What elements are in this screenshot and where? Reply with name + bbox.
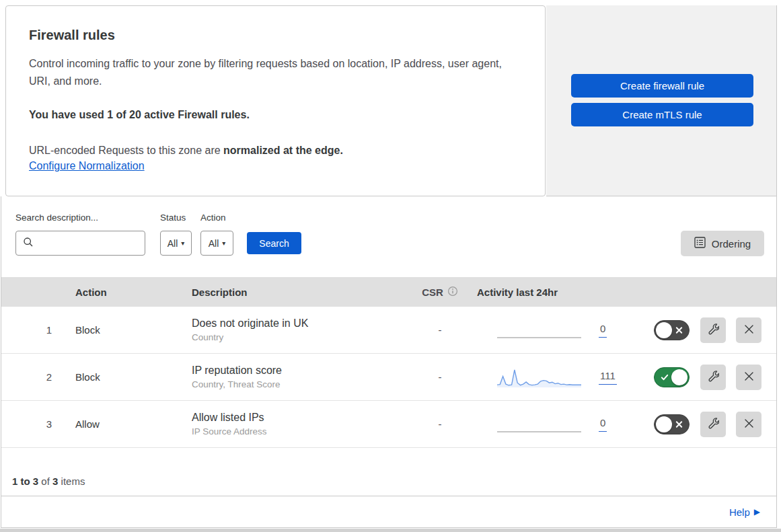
action-value: All <box>209 238 219 249</box>
rules-panel: Search description... Status All ▾ Actio… <box>1 196 777 496</box>
rule-criteria: IP Source Address <box>192 426 403 436</box>
page-bottom-edge <box>0 529 781 532</box>
search-group: Search description... <box>15 213 160 256</box>
edit-rule-button[interactable] <box>700 317 726 343</box>
chevron-down-icon: ▾ <box>181 239 184 247</box>
rule-csr: - <box>403 324 477 336</box>
column-csr: CSR <box>403 286 477 299</box>
status-value: All <box>168 238 178 249</box>
status-filter-group: Status All ▾ <box>160 213 200 256</box>
activity-count-link[interactable]: 111 <box>599 370 617 385</box>
firewall-rules-page: Firewall rules Control incoming traffic … <box>0 0 781 532</box>
delete-rule-button[interactable] <box>736 317 761 343</box>
column-description: Description <box>156 287 403 298</box>
wrench-icon <box>707 417 719 431</box>
search-label: Search description... <box>15 213 160 226</box>
create-mtls-rule-button[interactable]: Create mTLS rule <box>571 103 753 126</box>
header-card: Firewall rules Control incoming traffic … <box>5 5 546 196</box>
rule-action: Allow <box>52 418 156 430</box>
delete-rule-button[interactable] <box>736 365 761 390</box>
normalization-note: URL-encoded Requests to this zone are no… <box>29 141 518 159</box>
rule-description: Does not originate in UK <box>192 317 403 330</box>
table-row: 2 Block IP reputation score Country, Thr… <box>1 354 776 401</box>
chevron-down-icon: ▾ <box>222 239 225 247</box>
normalization-text: URL-encoded Requests to this zone are <box>29 145 223 156</box>
list-icon <box>694 237 706 250</box>
pagination-summary: 1 to 3 of 3 items <box>1 448 776 496</box>
rule-criteria: Country, Threat Score <box>192 379 403 389</box>
action-filter-group: Action All ▾ <box>200 213 247 256</box>
action-label: Action <box>200 213 247 226</box>
action-select[interactable]: All ▾ <box>200 231 233 256</box>
toggle-knob <box>671 369 687 385</box>
table-header: Action Description CSR Activity last 24h… <box>1 277 776 307</box>
table-body: 1 Block Does not originate in UK Country… <box>1 307 776 448</box>
normalization-bold: normalized at the edge. <box>223 145 343 156</box>
toggle-knob <box>656 322 672 338</box>
rule-description: Allow listed IPs <box>192 412 403 424</box>
rule-priority: 2 <box>1 371 52 383</box>
table-row: 3 Allow Allow listed IPs IP Source Addre… <box>1 401 776 448</box>
usage-summary: You have used 1 of 20 active Firewall ru… <box>29 109 518 121</box>
rule-enabled-toggle[interactable] <box>654 367 690 387</box>
table-row: 1 Block Does not originate in UK Country… <box>1 307 776 354</box>
activity-sparkline <box>497 414 581 434</box>
actions-panel: Create firewall rule Create mTLS rule <box>546 5 777 196</box>
close-icon <box>744 371 754 383</box>
cross-icon <box>675 326 683 334</box>
rule-description: IP reputation score <box>192 365 403 377</box>
ordering-label: Ordering <box>712 238 751 250</box>
status-select[interactable]: All ▾ <box>160 231 192 256</box>
create-firewall-rule-button[interactable]: Create firewall rule <box>571 74 753 98</box>
toggle-knob <box>656 416 672 432</box>
rule-enabled-toggle[interactable] <box>654 320 690 340</box>
configure-normalization-link[interactable]: Configure Normalization <box>29 160 145 172</box>
column-activity: Activity last 24hr <box>477 287 632 298</box>
items-range: 1 to 3 <box>12 476 38 487</box>
wrench-icon <box>707 323 719 337</box>
search-icon <box>23 237 34 250</box>
info-icon[interactable] <box>447 286 458 299</box>
delete-rule-button[interactable] <box>736 412 761 437</box>
search-button[interactable]: Search <box>247 232 301 254</box>
rule-csr: - <box>403 418 477 430</box>
column-action: Action <box>52 287 156 298</box>
rule-priority: 1 <box>1 324 52 336</box>
help-link[interactable]: Help ▶ <box>729 506 760 518</box>
search-box <box>15 231 145 256</box>
activity-sparkline <box>497 320 581 340</box>
status-label: Status <box>160 213 200 226</box>
rule-action: Block <box>52 371 156 383</box>
edit-rule-button[interactable] <box>700 365 726 390</box>
rule-csr: - <box>403 371 477 383</box>
page-description: Control incoming traffic to your zone by… <box>29 55 513 90</box>
search-input[interactable] <box>39 238 133 249</box>
edit-rule-button[interactable] <box>700 412 726 437</box>
activity-count-link[interactable]: 0 <box>599 417 607 432</box>
help-strip: Help ▶ <box>1 496 777 528</box>
rule-enabled-toggle[interactable] <box>654 414 690 434</box>
rule-priority: 3 <box>1 418 52 430</box>
rule-criteria: Country <box>192 332 403 342</box>
search-button-group: Search <box>247 213 301 254</box>
filter-bar: Search description... Status All ▾ Actio… <box>1 196 776 277</box>
activity-sparkline <box>497 367 581 387</box>
activity-count-link[interactable]: 0 <box>599 323 607 338</box>
check-icon <box>661 373 669 381</box>
page-title: Firewall rules <box>29 28 518 43</box>
arrow-right-icon: ▶ <box>754 507 760 517</box>
close-icon <box>744 324 754 336</box>
rule-action: Block <box>52 324 156 336</box>
ordering-button[interactable]: Ordering <box>681 231 764 256</box>
close-icon <box>744 418 754 430</box>
cross-icon <box>675 420 683 428</box>
wrench-icon <box>707 370 719 384</box>
